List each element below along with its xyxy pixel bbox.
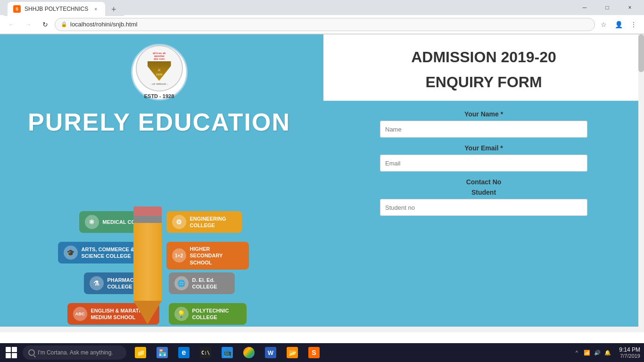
tab-title: SHHJB POLYTECHNICS	[25, 6, 88, 12]
polytechnic-college-label: POLYTECHNICCOLLEGE	[192, 307, 229, 321]
system-tray: ^ 📶 🔊 🔔	[569, 349, 615, 356]
tab-favicon: S	[13, 5, 21, 13]
taskbar-apps: 📁 🏪 e C:\ 📺 W 📂 S	[130, 343, 324, 362]
taskbar: I'm Cortana. Ask me anything. 📁 🏪 e C:\ …	[0, 343, 644, 362]
word-icon: W	[265, 347, 276, 358]
contact-label: Contact No	[380, 178, 587, 186]
refresh-button[interactable]: ↻	[38, 17, 53, 32]
speaker-icon[interactable]: 🔊	[594, 349, 601, 356]
college-bubbles-section: ⚛ MEDICAL COLLEGE ⚙ ENGINEERINGCOLLEGE 🎓…	[0, 204, 318, 327]
taskbar-app-media[interactable]: 📺	[217, 343, 238, 362]
active-tab[interactable]: S SHHJB POLYTECHNICS ×	[8, 2, 105, 16]
vertical-scrollbar[interactable]	[638, 34, 644, 327]
pencil-illustration: ⚛ MEDICAL COLLEGE ⚙ ENGINEERINGCOLLEGE 🎓…	[6, 206, 313, 327]
left-section: श्री जैन्सन औरब्रह्मचर्यासकसंस्था जालना …	[0, 34, 318, 327]
nav-right-area: ☆ 👤 ⋮	[597, 18, 640, 31]
forward-button[interactable]: →	[21, 17, 36, 32]
nav-bar: ← → ↻ 🔒 localhost/rohini/snjb.html ☆ 👤 ⋮	[0, 15, 644, 34]
tab-close-button[interactable]: ×	[92, 5, 99, 13]
maximize-button[interactable]: □	[597, 1, 618, 14]
taskbar-app-sublime[interactable]: S	[304, 343, 324, 362]
profile-button[interactable]: 👤	[612, 18, 625, 31]
cortana-search[interactable]: I'm Cortana. Ask me anything.	[23, 346, 126, 360]
folder-orange-icon: 📂	[287, 347, 298, 358]
college-logo: श्री जैन्सन औरब्रह्मचर्यासकसंस्था जालना …	[131, 44, 188, 100]
media-icon: 📺	[222, 347, 233, 358]
pencil-eraser	[133, 206, 162, 216]
student-label: Student	[380, 189, 587, 196]
contact-form-group: Contact No Student	[380, 178, 587, 216]
polytechnic-icon: 💡	[174, 307, 189, 321]
medical-icon: ⚛	[85, 215, 99, 229]
logo-bottom-text: । श्री स्वनिर्भरशालीय ।	[150, 83, 167, 85]
tray-show-hidden[interactable]: ^	[573, 349, 580, 356]
taskbar-app-store[interactable]: 🏪	[152, 343, 173, 362]
address-bar[interactable]: 🔒 localhost/rohini/snjb.html	[55, 18, 595, 31]
time-display: 9:14 PM	[619, 346, 640, 353]
deed-college-label: D. El. Ed.COLLEGE	[192, 277, 217, 290]
student-input[interactable]	[380, 199, 587, 216]
name-form-group: Your Name *	[380, 110, 587, 138]
engineering-college-label: ENGINEERINGCOLLEGE	[190, 215, 226, 229]
pencil-graphic	[133, 216, 162, 327]
minimize-button[interactable]: ─	[574, 1, 595, 14]
date-display: 7/7/2019	[620, 353, 640, 359]
higher-secondary-label: HIGHER SECONDARYSCHOOL	[190, 246, 243, 266]
close-button[interactable]: ×	[619, 1, 640, 14]
taskbar-app-edge[interactable]: e	[173, 343, 194, 362]
taskbar-app-explorer[interactable]: 📁	[130, 343, 151, 362]
page-content: Skip This Page श्री जैन्सन औरब्रह्मचर्या…	[0, 34, 644, 327]
taskbar-app-folder-orange[interactable]: 📂	[282, 343, 303, 362]
arts-college-label: ARTS, COMMERCE &SCIENCE COLLEGE	[82, 246, 134, 260]
store-icon: 🏪	[157, 347, 168, 358]
title-bar: S SHHJB POLYTECHNICS × + ─ □ ×	[0, 0, 644, 15]
tab-bar: S SHHJB POLYTECHNICS × +	[4, 0, 124, 16]
taskbar-app-chrome[interactable]	[239, 343, 259, 362]
bubble-higher-secondary: 1+2 HIGHER SECONDARYSCHOOL	[166, 242, 249, 270]
edge-icon: e	[178, 347, 190, 358]
purely-education-heading: PURELY EDUCATION	[28, 108, 290, 136]
chrome-icon	[243, 347, 255, 358]
cortana-text: I'm Cortana. Ask me anything.	[38, 349, 113, 356]
taskbar-app-word[interactable]: W	[260, 343, 281, 362]
email-input[interactable]	[380, 155, 587, 172]
arts-icon: 🎓	[64, 246, 78, 260]
bubble-engineering-college: ⚙ ENGINEERINGCOLLEGE	[166, 211, 242, 233]
cmd-icon: C:\	[200, 347, 211, 358]
higher-icon: 1+2	[172, 248, 186, 263]
pharmacy-icon: ⚗	[90, 276, 104, 290]
deed-icon: 🌐	[174, 276, 189, 290]
email-form-group: Your Email *	[380, 144, 587, 172]
search-icon	[28, 349, 35, 356]
logo-shield: ⚔1928	[148, 61, 171, 81]
logo-shield-content: ⚔1928	[156, 66, 162, 76]
admission-title: ADMISSION 2019-20	[333, 49, 635, 66]
taskbar-clock[interactable]: 9:14 PM 7/7/2019	[615, 346, 644, 359]
start-button[interactable]	[0, 343, 23, 362]
name-label: Your Name *	[380, 110, 587, 118]
back-button[interactable]: ←	[4, 17, 19, 32]
form-header: ADMISSION 2019-20 ENQUIRY FORM	[323, 34, 644, 101]
enquiry-title: ENQUIRY FORM	[333, 74, 635, 91]
explorer-icon: 📁	[135, 347, 146, 358]
browser-chrome: S SHHJB POLYTECHNICS × + ─ □ × ← → ↻ 🔒 l…	[0, 0, 644, 34]
logo-inner: श्री जैन्सन औरब्रह्मचर्यासकसंस्था जालना …	[136, 45, 183, 91]
taskbar-app-cmd[interactable]: C:\	[195, 343, 216, 362]
url-text: localhost/rohini/snjb.html	[70, 21, 137, 28]
lock-icon: 🔒	[61, 21, 67, 27]
bubble-polytechnic-college: 💡 POLYTECHNICCOLLEGE	[169, 303, 247, 325]
bookmark-button[interactable]: ☆	[597, 18, 610, 31]
english-icon: ABC	[73, 307, 87, 321]
logo-top-text: श्री जैन्सन औरब्रह्मचर्यासकसंस्था जालना	[153, 52, 165, 60]
menu-button[interactable]: ⋮	[627, 18, 640, 31]
form-body: Your Name * Your Email * Contact No Stud…	[323, 101, 644, 327]
scrollbar-thumb[interactable]	[638, 34, 644, 72]
new-tab-button[interactable]: +	[107, 3, 120, 16]
logo-emblem: श्री जैन्सन औरब्रह्मचर्यासकसंस्था जालना …	[140, 49, 178, 87]
notification-icon[interactable]: 🔔	[604, 349, 611, 356]
right-form-section: ADMISSION 2019-20 ENQUIRY FORM Your Name…	[323, 34, 644, 327]
name-input[interactable]	[380, 121, 587, 138]
horizontal-scrollbar[interactable]	[0, 327, 644, 332]
network-icon[interactable]: 📶	[583, 349, 591, 356]
pencil-body	[133, 216, 162, 301]
